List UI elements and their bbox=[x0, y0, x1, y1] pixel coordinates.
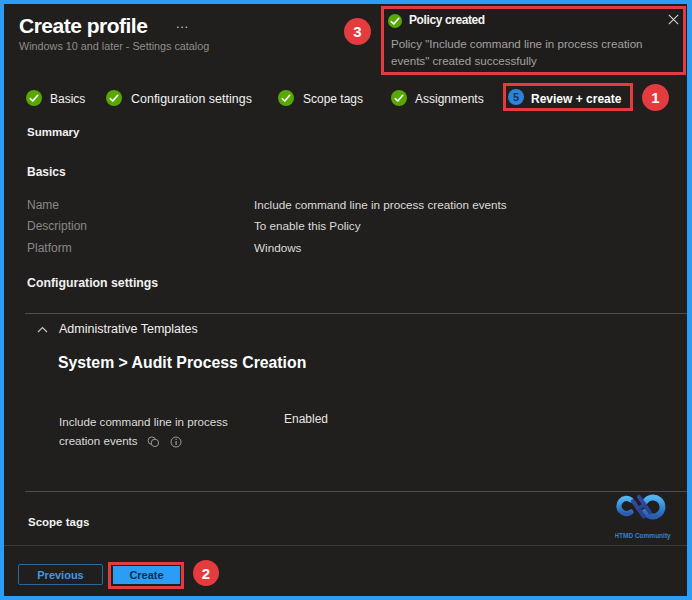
svg-text:HTMD Community: HTMD Community bbox=[615, 532, 671, 540]
